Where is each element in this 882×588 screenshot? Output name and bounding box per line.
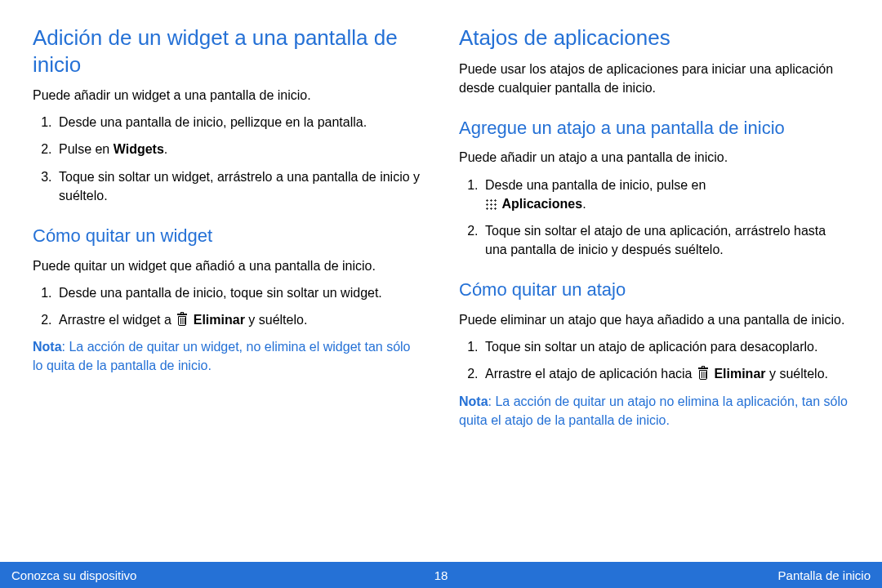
page-number: 18 xyxy=(434,568,448,582)
list-item: Desde una pantalla de inicio, pellizque … xyxy=(56,113,423,131)
list-item: Arrastre el atajo de aplicación hacia El… xyxy=(482,364,849,383)
para: Puede quitar un widget que añadió a una … xyxy=(33,256,423,275)
heading-remove-shortcut: Cómo quitar un atajo xyxy=(459,278,849,302)
list-item: Toque sin soltar un widget, arrástrelo a… xyxy=(56,167,423,205)
heading-add-shortcut: Agregue un atajo a una pantalla de inici… xyxy=(459,117,849,140)
add-shortcut-steps: Desde una pantalla de inicio, pulse en A… xyxy=(459,176,849,260)
eliminar-label: Eliminar xyxy=(714,367,765,381)
list-item: Toque sin soltar un atajo de aplicación … xyxy=(482,337,849,356)
footer-right: Pantalla de inicio xyxy=(778,568,871,582)
list-item: Desde una pantalla de inicio, toque sin … xyxy=(56,283,423,302)
remove-shortcut-steps: Toque sin soltar un atajo de aplicación … xyxy=(459,337,849,383)
widgets-label: Widgets xyxy=(114,142,164,156)
heading-remove-widget: Cómo quitar un widget xyxy=(33,225,423,248)
apps-grid-icon xyxy=(485,198,497,210)
right-column: Atajos de aplicaciones Puede usar los at… xyxy=(459,24,849,554)
note: Nota: La acción de quitar un atajo no el… xyxy=(459,392,849,430)
list-item: Pulse en Widgets. xyxy=(56,140,423,158)
footer-bar: Conozca su dispositivo 18 Pantalla de in… xyxy=(0,562,882,588)
note: Nota: La acción de quitar un widget, no … xyxy=(33,337,423,375)
trash-icon xyxy=(697,368,709,381)
add-widget-steps: Desde una pantalla de inicio, pellizque … xyxy=(33,113,423,205)
trash-icon xyxy=(176,314,188,327)
heading-app-shortcuts: Atajos de aplicaciones xyxy=(459,24,849,51)
aplicaciones-label: Aplicaciones xyxy=(501,197,582,211)
para: Puede eliminar un atajo que haya añadido… xyxy=(459,310,849,329)
para: Puede usar los atajos de aplicaciones pa… xyxy=(459,60,849,97)
footer-left: Conozca su dispositivo xyxy=(11,568,136,582)
para: Puede añadir un widget a una pantalla de… xyxy=(33,86,423,105)
left-column: Adición de un widget a una pantalla de i… xyxy=(33,24,423,554)
remove-widget-steps: Desde una pantalla de inicio, toque sin … xyxy=(33,283,423,329)
list-item: Toque sin soltar el atajo de una aplicac… xyxy=(482,221,849,259)
heading-add-widget: Adición de un widget a una pantalla de i… xyxy=(33,24,423,78)
list-item: Arrastre el widget a Eliminar y suéltelo… xyxy=(56,310,423,329)
para: Puede añadir un atajo a una pantalla de … xyxy=(459,148,849,167)
eliminar-label: Eliminar xyxy=(194,313,245,327)
list-item: Desde una pantalla de inicio, pulse en A… xyxy=(482,176,849,213)
